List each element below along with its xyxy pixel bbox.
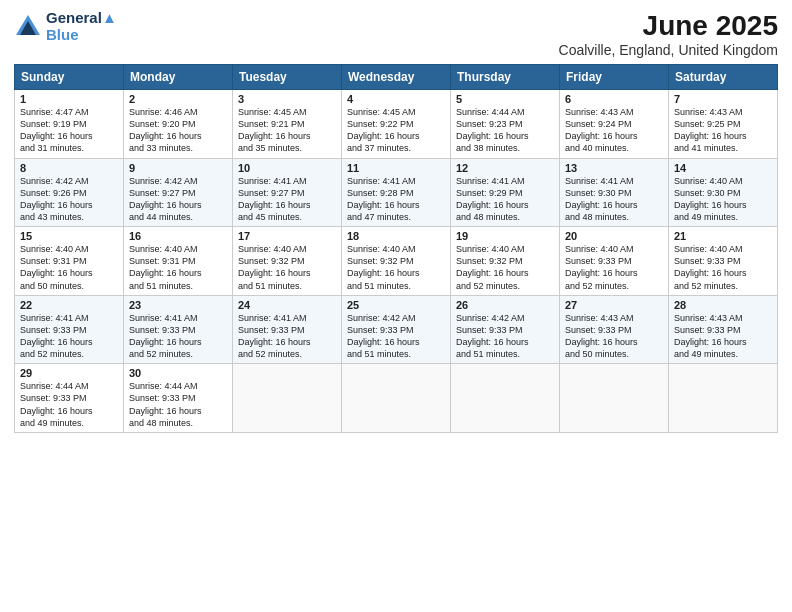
day-info: Sunrise: 4:41 AM Sunset: 9:28 PM Dayligh…	[347, 175, 445, 224]
calendar-cell: 10Sunrise: 4:41 AM Sunset: 9:27 PM Dayli…	[233, 158, 342, 227]
day-info: Sunrise: 4:44 AM Sunset: 9:33 PM Dayligh…	[129, 380, 227, 429]
calendar-cell: 11Sunrise: 4:41 AM Sunset: 9:28 PM Dayli…	[342, 158, 451, 227]
day-info: Sunrise: 4:47 AM Sunset: 9:19 PM Dayligh…	[20, 106, 118, 155]
calendar-cell: 6Sunrise: 4:43 AM Sunset: 9:24 PM Daylig…	[560, 90, 669, 159]
day-number: 29	[20, 367, 118, 379]
day-info: Sunrise: 4:43 AM Sunset: 9:33 PM Dayligh…	[565, 312, 663, 361]
calendar-cell	[451, 364, 560, 433]
calendar-table: Sunday Monday Tuesday Wednesday Thursday…	[14, 64, 778, 433]
day-info: Sunrise: 4:40 AM Sunset: 9:33 PM Dayligh…	[565, 243, 663, 292]
day-info: Sunrise: 4:44 AM Sunset: 9:33 PM Dayligh…	[20, 380, 118, 429]
day-number: 12	[456, 162, 554, 174]
day-number: 17	[238, 230, 336, 242]
day-info: Sunrise: 4:42 AM Sunset: 9:33 PM Dayligh…	[456, 312, 554, 361]
calendar-cell: 9Sunrise: 4:42 AM Sunset: 9:27 PM Daylig…	[124, 158, 233, 227]
day-info: Sunrise: 4:40 AM Sunset: 9:33 PM Dayligh…	[674, 243, 772, 292]
calendar-cell: 2Sunrise: 4:46 AM Sunset: 9:20 PM Daylig…	[124, 90, 233, 159]
header-sunday: Sunday	[15, 65, 124, 90]
day-number: 20	[565, 230, 663, 242]
calendar-cell: 19Sunrise: 4:40 AM Sunset: 9:32 PM Dayli…	[451, 227, 560, 296]
calendar-cell: 28Sunrise: 4:43 AM Sunset: 9:33 PM Dayli…	[669, 295, 778, 364]
calendar-cell: 5Sunrise: 4:44 AM Sunset: 9:23 PM Daylig…	[451, 90, 560, 159]
day-info: Sunrise: 4:40 AM Sunset: 9:32 PM Dayligh…	[238, 243, 336, 292]
day-number: 3	[238, 93, 336, 105]
header: General▲ Blue June 2025 Coalville, Engla…	[14, 10, 778, 58]
day-info: Sunrise: 4:43 AM Sunset: 9:33 PM Dayligh…	[674, 312, 772, 361]
calendar-cell	[233, 364, 342, 433]
day-number: 25	[347, 299, 445, 311]
calendar-cell: 18Sunrise: 4:40 AM Sunset: 9:32 PM Dayli…	[342, 227, 451, 296]
day-number: 2	[129, 93, 227, 105]
day-info: Sunrise: 4:46 AM Sunset: 9:20 PM Dayligh…	[129, 106, 227, 155]
day-info: Sunrise: 4:43 AM Sunset: 9:25 PM Dayligh…	[674, 106, 772, 155]
calendar-cell: 16Sunrise: 4:40 AM Sunset: 9:31 PM Dayli…	[124, 227, 233, 296]
calendar-cell: 7Sunrise: 4:43 AM Sunset: 9:25 PM Daylig…	[669, 90, 778, 159]
day-number: 11	[347, 162, 445, 174]
day-info: Sunrise: 4:40 AM Sunset: 9:32 PM Dayligh…	[347, 243, 445, 292]
calendar-cell	[342, 364, 451, 433]
calendar-cell: 26Sunrise: 4:42 AM Sunset: 9:33 PM Dayli…	[451, 295, 560, 364]
calendar-week-4: 22Sunrise: 4:41 AM Sunset: 9:33 PM Dayli…	[15, 295, 778, 364]
day-number: 24	[238, 299, 336, 311]
day-info: Sunrise: 4:40 AM Sunset: 9:30 PM Dayligh…	[674, 175, 772, 224]
day-info: Sunrise: 4:42 AM Sunset: 9:27 PM Dayligh…	[129, 175, 227, 224]
page: General▲ Blue June 2025 Coalville, Engla…	[0, 0, 792, 612]
day-number: 8	[20, 162, 118, 174]
day-info: Sunrise: 4:43 AM Sunset: 9:24 PM Dayligh…	[565, 106, 663, 155]
day-number: 10	[238, 162, 336, 174]
calendar-cell: 13Sunrise: 4:41 AM Sunset: 9:30 PM Dayli…	[560, 158, 669, 227]
day-info: Sunrise: 4:41 AM Sunset: 9:29 PM Dayligh…	[456, 175, 554, 224]
calendar-cell: 25Sunrise: 4:42 AM Sunset: 9:33 PM Dayli…	[342, 295, 451, 364]
calendar-cell: 24Sunrise: 4:41 AM Sunset: 9:33 PM Dayli…	[233, 295, 342, 364]
day-number: 1	[20, 93, 118, 105]
calendar-cell: 3Sunrise: 4:45 AM Sunset: 9:21 PM Daylig…	[233, 90, 342, 159]
main-title: June 2025	[559, 10, 778, 42]
calendar-cell	[560, 364, 669, 433]
calendar-cell: 23Sunrise: 4:41 AM Sunset: 9:33 PM Dayli…	[124, 295, 233, 364]
calendar-cell: 21Sunrise: 4:40 AM Sunset: 9:33 PM Dayli…	[669, 227, 778, 296]
calendar-cell: 27Sunrise: 4:43 AM Sunset: 9:33 PM Dayli…	[560, 295, 669, 364]
day-info: Sunrise: 4:44 AM Sunset: 9:23 PM Dayligh…	[456, 106, 554, 155]
day-number: 21	[674, 230, 772, 242]
title-area: June 2025 Coalville, England, United Kin…	[559, 10, 778, 58]
day-info: Sunrise: 4:41 AM Sunset: 9:33 PM Dayligh…	[238, 312, 336, 361]
day-number: 16	[129, 230, 227, 242]
subtitle: Coalville, England, United Kingdom	[559, 42, 778, 58]
logo: General▲ Blue	[14, 10, 117, 43]
calendar-cell	[669, 364, 778, 433]
header-saturday: Saturday	[669, 65, 778, 90]
day-number: 19	[456, 230, 554, 242]
day-info: Sunrise: 4:40 AM Sunset: 9:32 PM Dayligh…	[456, 243, 554, 292]
day-number: 22	[20, 299, 118, 311]
header-tuesday: Tuesday	[233, 65, 342, 90]
calendar-header-row: Sunday Monday Tuesday Wednesday Thursday…	[15, 65, 778, 90]
header-monday: Monday	[124, 65, 233, 90]
day-info: Sunrise: 4:41 AM Sunset: 9:30 PM Dayligh…	[565, 175, 663, 224]
day-info: Sunrise: 4:42 AM Sunset: 9:26 PM Dayligh…	[20, 175, 118, 224]
calendar-week-5: 29Sunrise: 4:44 AM Sunset: 9:33 PM Dayli…	[15, 364, 778, 433]
day-number: 6	[565, 93, 663, 105]
day-info: Sunrise: 4:45 AM Sunset: 9:21 PM Dayligh…	[238, 106, 336, 155]
calendar-cell: 17Sunrise: 4:40 AM Sunset: 9:32 PM Dayli…	[233, 227, 342, 296]
day-number: 27	[565, 299, 663, 311]
day-number: 5	[456, 93, 554, 105]
calendar-cell: 4Sunrise: 4:45 AM Sunset: 9:22 PM Daylig…	[342, 90, 451, 159]
day-number: 26	[456, 299, 554, 311]
calendar-cell: 8Sunrise: 4:42 AM Sunset: 9:26 PM Daylig…	[15, 158, 124, 227]
day-number: 28	[674, 299, 772, 311]
header-thursday: Thursday	[451, 65, 560, 90]
day-info: Sunrise: 4:40 AM Sunset: 9:31 PM Dayligh…	[20, 243, 118, 292]
day-number: 18	[347, 230, 445, 242]
day-number: 13	[565, 162, 663, 174]
day-number: 14	[674, 162, 772, 174]
logo-text: General▲ Blue	[46, 10, 117, 43]
day-info: Sunrise: 4:40 AM Sunset: 9:31 PM Dayligh…	[129, 243, 227, 292]
logo-icon	[14, 13, 42, 41]
day-info: Sunrise: 4:41 AM Sunset: 9:27 PM Dayligh…	[238, 175, 336, 224]
calendar-cell: 22Sunrise: 4:41 AM Sunset: 9:33 PM Dayli…	[15, 295, 124, 364]
calendar-week-2: 8Sunrise: 4:42 AM Sunset: 9:26 PM Daylig…	[15, 158, 778, 227]
calendar-cell: 29Sunrise: 4:44 AM Sunset: 9:33 PM Dayli…	[15, 364, 124, 433]
day-info: Sunrise: 4:41 AM Sunset: 9:33 PM Dayligh…	[20, 312, 118, 361]
header-wednesday: Wednesday	[342, 65, 451, 90]
calendar-cell: 20Sunrise: 4:40 AM Sunset: 9:33 PM Dayli…	[560, 227, 669, 296]
